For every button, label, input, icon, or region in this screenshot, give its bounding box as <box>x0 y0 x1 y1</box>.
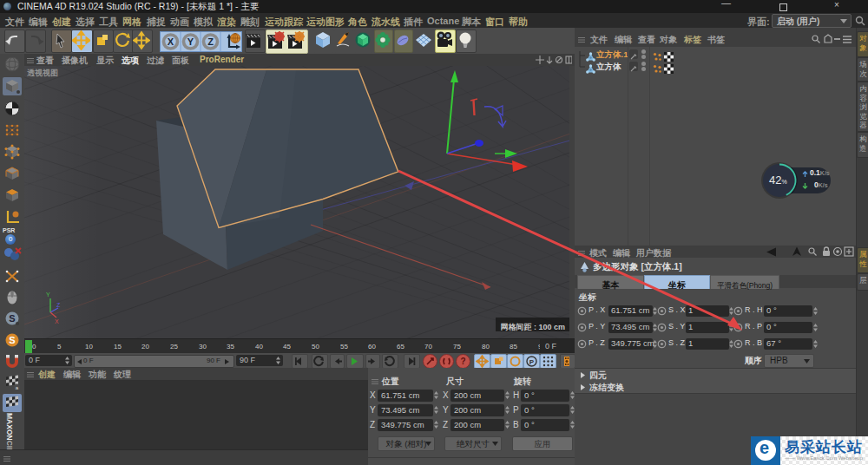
svg-text:?: ? <box>460 357 465 366</box>
svg-text:S: S <box>9 335 15 345</box>
svg-text:P: P <box>529 358 535 366</box>
svg-text:S: S <box>9 313 15 324</box>
svg-text:Z: Z <box>207 36 214 47</box>
svg-text:X: X <box>168 36 174 47</box>
svg-text:Y: Y <box>187 36 194 47</box>
